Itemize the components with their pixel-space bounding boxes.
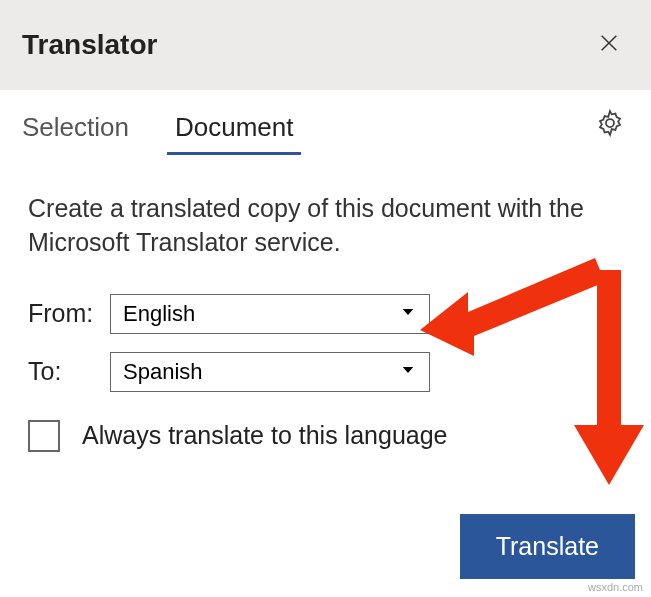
always-translate-label: Always translate to this language [82, 421, 448, 450]
tabs-row: Selection Document [0, 90, 651, 152]
always-translate-row: Always translate to this language [28, 420, 623, 452]
panel-header: Translator [0, 0, 651, 90]
tab-selection[interactable]: Selection [16, 106, 135, 153]
description-text: Create a translated copy of this documen… [28, 192, 623, 260]
gear-icon [595, 124, 625, 141]
from-row: From: English [28, 294, 623, 334]
to-row: To: Spanish [28, 352, 623, 392]
to-label: To: [28, 357, 110, 386]
from-language-select[interactable]: English [110, 294, 430, 334]
close-button[interactable] [589, 25, 629, 65]
svg-point-2 [606, 119, 614, 127]
chevron-down-icon [399, 359, 417, 385]
close-icon [598, 32, 620, 58]
translate-button[interactable]: Translate [460, 514, 635, 579]
tab-document[interactable]: Document [169, 106, 300, 153]
watermark-text: wsxdn.com [588, 581, 643, 593]
to-language-value: Spanish [123, 359, 203, 385]
to-language-select[interactable]: Spanish [110, 352, 430, 392]
from-language-value: English [123, 301, 195, 327]
always-translate-checkbox[interactable] [28, 420, 60, 452]
panel-title: Translator [22, 29, 157, 61]
panel-body: Create a translated copy of this documen… [0, 152, 651, 452]
chevron-down-icon [399, 301, 417, 327]
settings-button[interactable] [595, 108, 625, 138]
translator-panel: Translator Selection Document Create a t… [0, 0, 651, 597]
from-label: From: [28, 299, 110, 328]
